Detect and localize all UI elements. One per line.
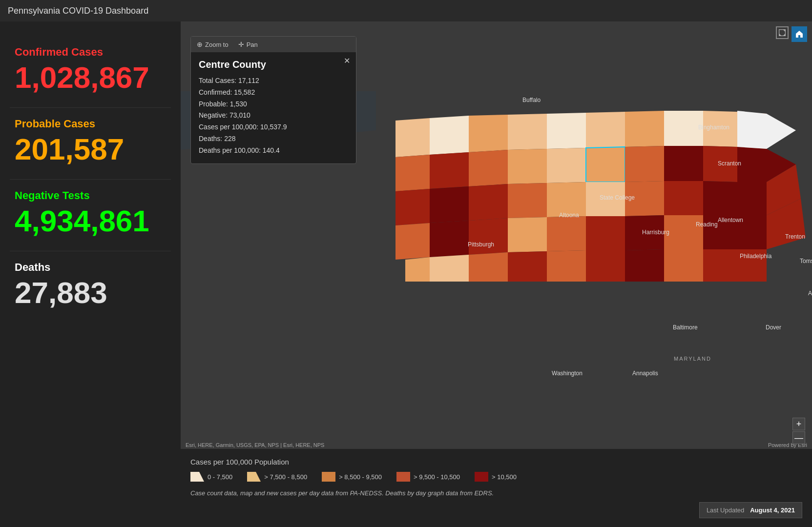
county-polygon[interactable] [405,257,430,282]
county-polygon[interactable] [625,249,664,282]
popup-close-button[interactable]: ✕ [344,57,350,65]
county-polygon[interactable] [508,251,547,282]
county-polygon[interactable] [703,249,767,282]
legend-swatch [475,472,488,482]
popup-stat-row: Probable: 1,530 [199,99,348,110]
last-updated-box: Last Updated August 4, 2021 [699,502,802,518]
county-polygon[interactable] [547,216,586,251]
county-polygon[interactable] [586,112,625,148]
last-updated-label: Last Updated [707,507,744,514]
legend-item-label: > 7,500 - 8,500 [264,473,307,481]
legend-title: Cases per 100,000 Population [190,458,802,466]
pan-button[interactable]: ✛ Pan [238,41,258,48]
county-polygon[interactable] [703,181,767,215]
county-polygon[interactable] [469,252,508,282]
county-polygon[interactable] [469,184,508,221]
popup-stats: Total Cases: 17,112Confirmed: 15,582Prob… [199,75,348,157]
legend-swatch [396,472,410,482]
confirmed-cases-block: Confirmed Cases 1,028,867 [10,36,171,108]
zoom-to-label: Zoom to [205,41,229,48]
expand-button[interactable] [776,26,789,39]
legend-item-label: > 9,500 - 10,500 [414,473,460,481]
county-polygon[interactable] [396,155,430,191]
zoom-to-icon: ⊕ [197,41,203,48]
deaths-label: Deaths [15,261,166,274]
legend-item-label: > 10,500 [492,473,517,481]
legend-item: > 9,500 - 10,500 [396,472,460,482]
probable-cases-label: Probable Cases [15,118,166,130]
deaths-block: Deaths 27,883 [10,251,171,323]
county-polygon[interactable] [703,111,737,147]
county-polygon[interactable] [430,116,469,155]
county-polygon[interactable] [430,152,469,189]
popup-stat-row: Total Cases: 17,112 [199,75,348,87]
county-polygon[interactable] [547,113,586,149]
county-polygon[interactable] [396,189,430,225]
home-button[interactable] [791,26,807,42]
legend-swatch [322,472,335,482]
legend-item: > 8,500 - 9,500 [322,472,382,482]
popup-county-name: Centre County [199,59,348,70]
zoom-in-button[interactable]: + [792,418,805,430]
county-polygon[interactable] [469,218,508,255]
county-polygon[interactable] [508,217,547,252]
county-polygon[interactable] [508,149,547,184]
county-polygon[interactable] [664,181,703,215]
county-polygon[interactable] [664,146,703,181]
negative-tests-label: Negative Tests [15,189,166,202]
county-polygon[interactable] [586,182,625,216]
centre-county[interactable] [586,147,625,182]
zoom-out-button[interactable]: — [792,431,805,444]
negative-tests-block: Negative Tests 4,934,861 [10,180,171,251]
county-polygon[interactable] [664,249,703,282]
legend-item-label: 0 - 7,500 [208,473,232,481]
popup-stat-row: Confirmed: 15,582 [199,87,348,99]
county-polygon[interactable] [703,146,737,182]
county-polygon[interactable] [430,221,469,257]
county-polygon[interactable] [586,250,625,282]
negative-tests-value: 4,934,861 [15,206,166,236]
county-polygon[interactable] [625,146,664,182]
county-polygon[interactable] [703,215,767,249]
last-updated-date: August 4, 2021 [750,507,795,514]
popup-stat-row: Negative: 73,010 [199,110,348,122]
legend-item: 0 - 7,500 [190,472,232,482]
county-polygon[interactable] [547,148,586,183]
map-area[interactable]: Buffalo Binghamton Scranton Allentown Ph… [181,21,812,527]
app-title: Pennsylvania COVID-19 Dashboard [8,6,148,16]
probable-cases-block: Probable Cases 201,587 [10,108,171,180]
map-attribution: Esri, HERE, Garmin, USGS, EPA, NPS | Esr… [186,442,324,448]
county-polygon[interactable] [625,111,664,147]
county-polygon[interactable] [508,183,547,218]
county-popup: ⊕ Zoom to ✛ Pan Centre County ✕ Total Ca… [190,36,356,164]
pan-label: Pan [247,41,258,48]
county-polygon[interactable] [396,118,430,157]
county-polygon[interactable] [508,114,547,150]
legend-item: > 10,500 [475,472,517,482]
county-polygon[interactable] [664,215,703,249]
map-controls: + — [792,418,805,444]
county-polygon[interactable] [430,186,469,223]
data-source-text: Case count data, map and new cases per d… [190,488,532,498]
left-panel: Confirmed Cases 1,028,867 Probable Cases… [0,21,181,527]
deaths-value: 27,883 [15,278,166,308]
county-polygon[interactable] [547,250,586,282]
legend-items: 0 - 7,500> 7,500 - 8,500> 8,500 - 9,500>… [190,472,802,482]
main-layout: Confirmed Cases 1,028,867 Probable Cases… [0,21,812,527]
county-polygon[interactable] [469,115,508,152]
county-polygon[interactable] [469,150,508,186]
popup-stat-row: Deaths per 100,000: 140.4 [199,145,348,157]
home-icon [795,30,803,38]
county-polygon[interactable] [625,215,664,250]
popup-content: Centre County ✕ Total Cases: 17,112Confi… [191,52,356,163]
county-polygon[interactable] [430,255,469,282]
confirmed-cases-value: 1,028,867 [15,62,166,93]
county-polygon[interactable] [625,181,664,216]
zoom-to-button[interactable]: ⊕ Zoom to [197,41,229,48]
legend-swatch [190,472,204,482]
county-polygon[interactable] [396,223,430,260]
county-polygon[interactable] [547,182,586,217]
county-polygon[interactable] [586,216,625,250]
pan-icon: ✛ [238,41,244,48]
county-polygon[interactable] [664,111,703,146]
